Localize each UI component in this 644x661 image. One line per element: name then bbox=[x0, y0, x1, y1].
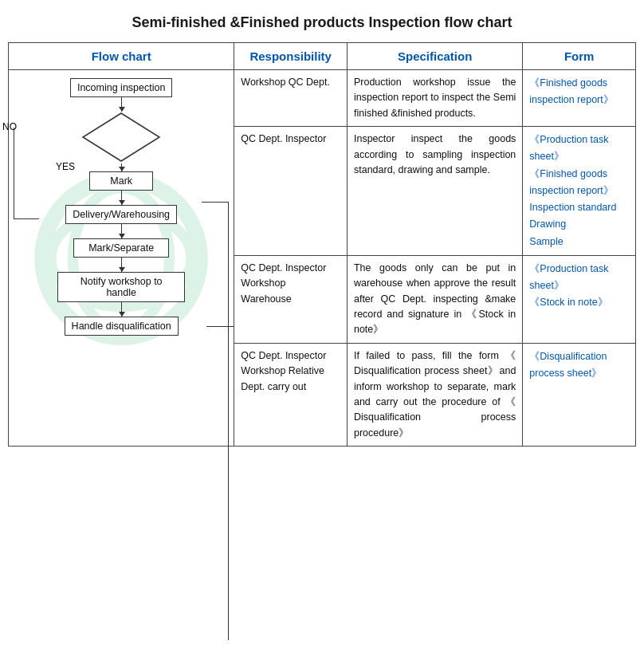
main-table: Flow chart Responsibility Specification … bbox=[8, 42, 636, 447]
step-mark: Mark bbox=[89, 171, 153, 191]
header-responsibility: Responsibility bbox=[234, 43, 348, 70]
feedback-hline-top bbox=[202, 202, 229, 203]
step-notify: Notify workshop to handle bbox=[57, 272, 185, 302]
responsibility-2: QC Dept. Inspector bbox=[234, 127, 348, 256]
form-1: 《Finished goods inspection report》 bbox=[523, 70, 636, 127]
header-flowchart: Flow chart bbox=[9, 43, 234, 70]
step-mark-separate: Mark/Separate bbox=[73, 238, 169, 258]
form-2: 《Production task sheet》 《Finished goods … bbox=[523, 127, 636, 256]
specification-3: The goods only can be put in warehouse w… bbox=[347, 255, 522, 343]
yes-label: YES bbox=[56, 161, 75, 172]
form-3: 《Production task sheet》 《Stock in note》 bbox=[523, 255, 636, 343]
arrow-3 bbox=[121, 224, 122, 238]
svg-marker-3 bbox=[83, 113, 159, 161]
step-incoming-inspection: Incoming inspection bbox=[70, 78, 172, 97]
specification-2: Inspector inspect the goods according to… bbox=[347, 127, 522, 256]
arrow-yes-down bbox=[121, 163, 122, 171]
arrow-5 bbox=[121, 302, 122, 317]
step-handle: Handle disqualification bbox=[65, 317, 179, 336]
feedback-hline-bottom bbox=[206, 326, 234, 327]
form-4: 《Disqualification process sheet》 bbox=[523, 343, 636, 446]
responsibility-1: Workshop QC Dept. bbox=[234, 70, 348, 127]
header-specification: Specification bbox=[347, 43, 522, 70]
responsibility-3: QC Dept. Inspector Workshop Warehouse bbox=[234, 255, 348, 343]
specification-4: If failed to pass, fill the form 《 Disqu… bbox=[347, 343, 522, 446]
arrow-4 bbox=[121, 258, 122, 272]
arrow-1 bbox=[121, 97, 122, 112]
specification-1: Production workshop issue the inspection… bbox=[347, 70, 522, 127]
feedback-vline bbox=[228, 202, 229, 640]
header-form: Form bbox=[523, 43, 636, 70]
arrow-2 bbox=[121, 191, 122, 205]
flowchart-content: Incoming inspection NO YES bbox=[14, 78, 229, 336]
page-title: Semi-finished &Finished products Inspect… bbox=[8, 8, 636, 31]
no-loop-line bbox=[14, 128, 39, 219]
step-delivery: Delivery/Warehousing bbox=[65, 205, 177, 224]
decision-diamond bbox=[81, 112, 161, 163]
responsibility-4: QC Dept. Inspector Workshop Relative Dep… bbox=[234, 343, 348, 446]
